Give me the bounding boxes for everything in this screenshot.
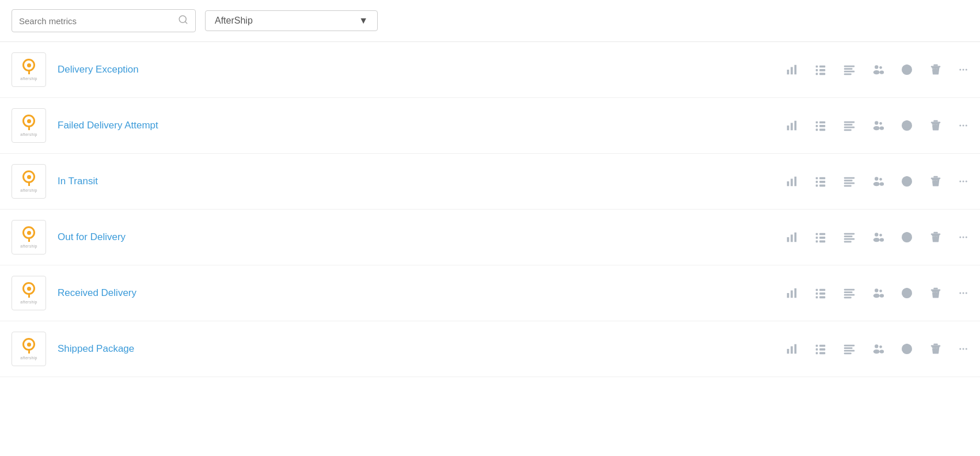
metric-actions [785,119,968,132]
svg-rect-39 [844,124,853,126]
metric-name[interactable]: Received Delivery [58,287,774,299]
svg-rect-159 [931,345,941,347]
svg-rect-92 [844,233,854,235]
globe-icon[interactable] [901,231,913,244]
lines-icon[interactable] [843,287,856,299]
more-options-icon[interactable] [958,64,968,75]
globe-icon[interactable] [901,119,913,132]
logo-text: aftership [20,132,37,136]
chart-icon[interactable] [785,287,798,299]
svg-point-96 [875,233,878,236]
pin-dot [27,175,31,179]
chart-icon[interactable] [785,343,798,355]
metric-name[interactable]: In Transit [58,176,774,187]
svg-point-18 [880,70,884,74]
list-icon[interactable] [814,175,827,188]
svg-rect-122 [844,297,852,298]
metric-name[interactable]: Out for Delivery [58,231,774,243]
metric-name[interactable]: Delivery Exception [58,64,774,75]
group-icon[interactable] [872,63,884,76]
aftership-logo-pin [22,59,35,74]
pin-circle [22,115,35,127]
svg-point-155 [905,344,909,354]
more-options-icon[interactable] [958,232,968,242]
svg-rect-91 [819,241,825,243]
lines-icon[interactable] [843,119,856,132]
svg-point-125 [879,290,882,292]
list-icon[interactable] [814,63,827,76]
list-icon[interactable] [814,343,827,355]
delete-icon[interactable] [929,175,942,188]
globe-icon[interactable] [901,287,913,299]
svg-point-107 [959,237,961,238]
svg-point-81 [963,181,964,183]
delete-icon[interactable] [929,63,942,76]
more-options-icon[interactable] [958,176,968,187]
svg-point-153 [880,349,884,353]
logo-text: aftership [20,356,37,360]
svg-rect-133 [932,291,940,292]
group-icon[interactable] [872,119,884,132]
svg-rect-143 [819,348,825,351]
chart-icon[interactable] [785,119,798,132]
chart-icon[interactable] [785,63,798,76]
svg-point-28 [966,69,967,71]
group-icon[interactable] [872,175,884,188]
svg-rect-30 [791,123,793,130]
svg-point-128 [905,288,909,298]
chart-icon[interactable] [785,231,798,244]
svg-point-72 [880,182,884,185]
metric-name[interactable]: Failed Delivery Attempt [58,120,774,131]
list-icon[interactable] [814,287,827,299]
source-dropdown[interactable]: AfterShip ▼ [205,10,378,31]
metric-logo: aftership [12,276,46,310]
svg-rect-7 [816,69,818,71]
more-options-icon[interactable] [958,344,968,354]
aftership-logo-pin [22,282,35,298]
group-icon[interactable] [872,231,884,244]
more-options-icon[interactable] [958,288,968,298]
svg-point-98 [879,234,882,237]
group-icon[interactable] [872,287,884,299]
svg-point-108 [963,237,964,238]
svg-rect-13 [844,71,854,73]
svg-rect-149 [844,352,852,354]
svg-rect-50 [933,120,937,122]
lines-icon[interactable] [843,231,856,244]
svg-rect-139 [795,344,797,354]
metric-name[interactable]: Shipped Package [58,343,774,355]
lines-icon[interactable] [843,63,856,76]
globe-icon[interactable] [901,175,913,188]
more-options-icon[interactable] [958,120,968,131]
svg-point-44 [879,122,882,125]
svg-point-70 [873,182,880,186]
group-icon[interactable] [872,343,884,355]
chart-icon[interactable] [785,175,798,188]
svg-point-134 [959,292,961,294]
delete-icon[interactable] [929,231,942,244]
aftership-logo-pin [22,226,35,242]
globe-icon[interactable] [901,343,913,355]
svg-rect-104 [933,232,937,234]
svg-rect-120 [844,291,853,293]
search-input[interactable] [19,16,178,26]
delete-icon[interactable] [929,119,942,132]
svg-rect-32 [816,121,818,124]
svg-rect-61 [816,181,818,183]
svg-point-42 [875,121,878,124]
svg-point-135 [963,292,964,294]
globe-icon[interactable] [901,63,913,76]
svg-rect-87 [819,233,825,235]
svg-rect-3 [791,67,793,74]
lines-icon[interactable] [843,175,856,188]
lines-icon[interactable] [843,343,856,355]
svg-rect-66 [844,180,853,181]
list-icon[interactable] [814,119,827,132]
svg-rect-64 [819,185,825,187]
delete-icon[interactable] [929,343,942,355]
svg-rect-147 [844,347,853,349]
top-bar: AfterShip ▼ [0,0,980,42]
list-icon[interactable] [814,231,827,244]
svg-rect-23 [933,64,937,66]
delete-icon[interactable] [929,287,942,299]
